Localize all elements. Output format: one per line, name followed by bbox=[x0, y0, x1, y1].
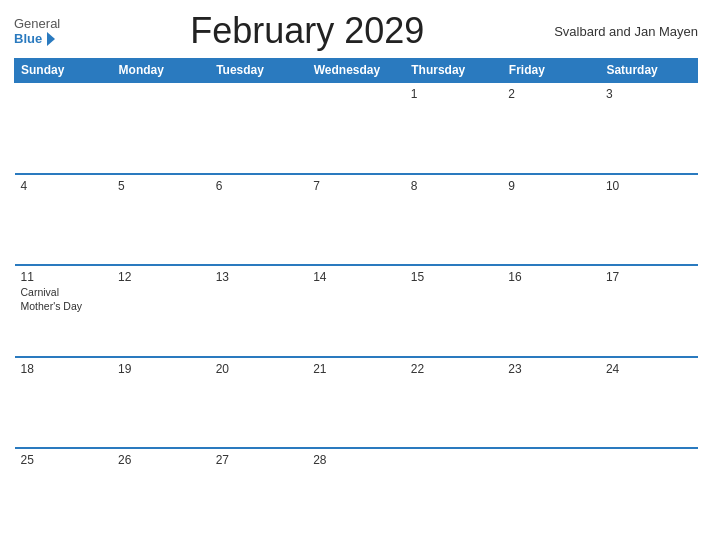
region-label: Svalbard and Jan Mayen bbox=[554, 24, 698, 39]
day-number: 27 bbox=[216, 453, 302, 467]
calendar-cell: 7 bbox=[307, 174, 405, 266]
calendar-cell bbox=[405, 448, 503, 540]
calendar-cell: 23 bbox=[502, 357, 600, 449]
day-number: 8 bbox=[411, 179, 497, 193]
day-headers-row: SundayMondayTuesdayWednesdayThursdayFrid… bbox=[15, 59, 698, 83]
calendar-event: Carnival bbox=[21, 286, 107, 300]
calendar-cell: 22 bbox=[405, 357, 503, 449]
day-number: 21 bbox=[313, 362, 399, 376]
calendar-cell: 11CarnivalMother's Day bbox=[15, 265, 113, 357]
calendar-cell: 8 bbox=[405, 174, 503, 266]
day-number: 18 bbox=[21, 362, 107, 376]
day-number: 16 bbox=[508, 270, 594, 284]
logo: General Blue bbox=[14, 16, 60, 46]
calendar-header: General Blue February 2029 Svalbard and … bbox=[14, 10, 698, 52]
day-number: 13 bbox=[216, 270, 302, 284]
calendar-cell: 25 bbox=[15, 448, 113, 540]
calendar-table: SundayMondayTuesdayWednesdayThursdayFrid… bbox=[14, 58, 698, 540]
calendar-event: Mother's Day bbox=[21, 300, 107, 314]
day-number: 10 bbox=[606, 179, 692, 193]
calendar-cell: 2 bbox=[502, 82, 600, 174]
week-row: 123 bbox=[15, 82, 698, 174]
day-number: 25 bbox=[21, 453, 107, 467]
calendar-cell: 16 bbox=[502, 265, 600, 357]
calendar-cell bbox=[600, 448, 698, 540]
calendar-cell: 13 bbox=[210, 265, 308, 357]
calendar-cell: 19 bbox=[112, 357, 210, 449]
calendar-cell: 12 bbox=[112, 265, 210, 357]
calendar-cell: 10 bbox=[600, 174, 698, 266]
calendar-title: February 2029 bbox=[60, 10, 554, 52]
calendar-cell bbox=[15, 82, 113, 174]
day-header-thursday: Thursday bbox=[405, 59, 503, 83]
day-header-sunday: Sunday bbox=[15, 59, 113, 83]
calendar-cell: 6 bbox=[210, 174, 308, 266]
day-header-saturday: Saturday bbox=[600, 59, 698, 83]
week-row: 45678910 bbox=[15, 174, 698, 266]
day-number: 14 bbox=[313, 270, 399, 284]
day-number: 22 bbox=[411, 362, 497, 376]
day-number: 2 bbox=[508, 87, 594, 101]
day-number: 20 bbox=[216, 362, 302, 376]
day-number: 6 bbox=[216, 179, 302, 193]
calendar-cell: 27 bbox=[210, 448, 308, 540]
calendar-cell: 15 bbox=[405, 265, 503, 357]
calendar-cell: 14 bbox=[307, 265, 405, 357]
day-number: 19 bbox=[118, 362, 204, 376]
week-row: 25262728 bbox=[15, 448, 698, 540]
calendar-cell: 3 bbox=[600, 82, 698, 174]
day-number: 7 bbox=[313, 179, 399, 193]
day-number: 3 bbox=[606, 87, 692, 101]
calendar-cell bbox=[502, 448, 600, 540]
calendar-cell bbox=[210, 82, 308, 174]
calendar-cell: 20 bbox=[210, 357, 308, 449]
calendar-cell bbox=[307, 82, 405, 174]
day-header-monday: Monday bbox=[112, 59, 210, 83]
day-number: 4 bbox=[21, 179, 107, 193]
week-row: 11CarnivalMother's Day121314151617 bbox=[15, 265, 698, 357]
day-number: 24 bbox=[606, 362, 692, 376]
calendar-cell: 9 bbox=[502, 174, 600, 266]
calendar-cell: 1 bbox=[405, 82, 503, 174]
day-number: 9 bbox=[508, 179, 594, 193]
day-number: 11 bbox=[21, 270, 107, 284]
calendar-cell: 24 bbox=[600, 357, 698, 449]
logo-general-text: General bbox=[14, 16, 60, 31]
day-number: 12 bbox=[118, 270, 204, 284]
calendar-cell: 17 bbox=[600, 265, 698, 357]
day-header-tuesday: Tuesday bbox=[210, 59, 308, 83]
day-number: 15 bbox=[411, 270, 497, 284]
day-header-friday: Friday bbox=[502, 59, 600, 83]
calendar-cell bbox=[112, 82, 210, 174]
calendar-cell: 4 bbox=[15, 174, 113, 266]
day-number: 28 bbox=[313, 453, 399, 467]
calendar-cell: 18 bbox=[15, 357, 113, 449]
logo-triangle-icon bbox=[47, 32, 55, 46]
calendar-cell: 5 bbox=[112, 174, 210, 266]
day-number: 1 bbox=[411, 87, 497, 101]
calendar-cell: 26 bbox=[112, 448, 210, 540]
day-number: 5 bbox=[118, 179, 204, 193]
week-row: 18192021222324 bbox=[15, 357, 698, 449]
logo-blue-text: Blue bbox=[14, 31, 42, 46]
day-header-wednesday: Wednesday bbox=[307, 59, 405, 83]
calendar-cell: 21 bbox=[307, 357, 405, 449]
day-number: 23 bbox=[508, 362, 594, 376]
day-number: 26 bbox=[118, 453, 204, 467]
calendar-cell: 28 bbox=[307, 448, 405, 540]
logo-blue-row: Blue bbox=[14, 31, 55, 46]
day-number: 17 bbox=[606, 270, 692, 284]
